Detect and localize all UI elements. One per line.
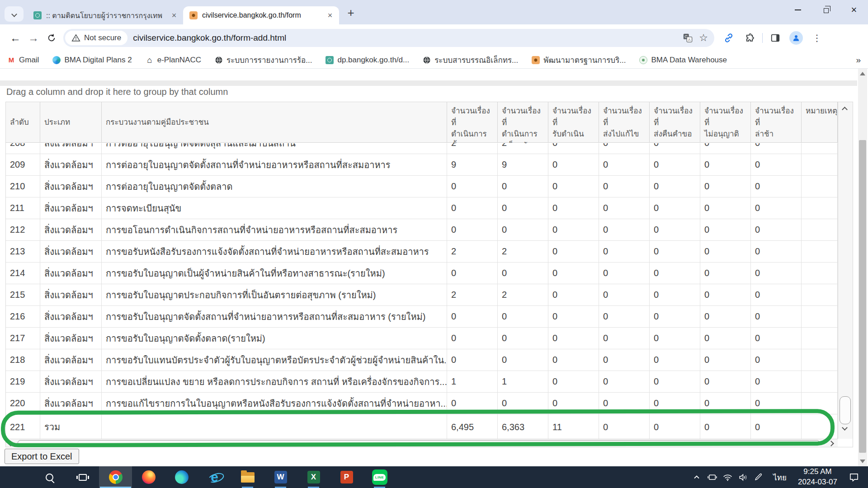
- bookmark-item[interactable]: ระบบสารบรรณอิเล็กทร...: [423, 54, 518, 66]
- taskbar-word-button[interactable]: W: [264, 466, 297, 488]
- table-cell: [802, 306, 838, 327]
- column-header[interactable]: ลำดับ: [6, 102, 40, 142]
- scroll-right-icon[interactable]: [828, 441, 834, 446]
- taskbar-line-button[interactable]: LINE: [363, 466, 396, 488]
- grid-vscroll-thumb[interactable]: [840, 396, 851, 424]
- pen-icon[interactable]: [750, 468, 766, 487]
- taskbar-search-button[interactable]: [33, 466, 66, 488]
- tab-close-icon[interactable]: [169, 10, 179, 21]
- cast-icon[interactable]: [704, 468, 720, 487]
- column-header[interactable]: จำนวนเรื่องที่ รับดำเนินการ: [548, 102, 599, 142]
- browser-tab[interactable]: civilservice.bangkok.go.th/form: [183, 6, 339, 24]
- column-header[interactable]: จำนวนเรื่องที่ ส่งไปแก้ไข ตามมาตรา 8: [599, 102, 650, 142]
- table-cell: [802, 176, 838, 197]
- tab-close-icon[interactable]: [325, 10, 335, 21]
- grid-vertical-scrollbar[interactable]: [838, 102, 853, 439]
- table-cell: 0: [751, 263, 802, 284]
- table-row[interactable]: 210สิ่งแวดล้อมฯการต่ออายุใบอนุญาตจัดตั้ง…: [6, 176, 838, 197]
- table-row[interactable]: 213สิ่งแวดล้อมฯการขอรับหนังสือรับรองการแ…: [6, 241, 838, 263]
- table-row[interactable]: 221รวม6,4956,363110000: [6, 414, 838, 439]
- table-cell: 0: [599, 284, 650, 305]
- column-header[interactable]: จำนวนเรื่องที่ ล่าช้า: [751, 102, 802, 142]
- taskbar-powerpoint-button[interactable]: P: [330, 466, 363, 488]
- restore-button[interactable]: [812, 0, 840, 20]
- bookmarks-overflow-icon[interactable]: »: [856, 55, 861, 65]
- close-button[interactable]: [840, 0, 868, 20]
- column-header[interactable]: จำนวนเรื่องที่ ดำเนินการ เสร็จแล้ว: [498, 102, 548, 142]
- reload-button[interactable]: [42, 29, 61, 47]
- table-row[interactable]: 209สิ่งแวดล้อมฯการต่ออายุใบอนุญาตจัดตั้ง…: [6, 154, 838, 176]
- taskbar-edge-button[interactable]: [165, 466, 198, 488]
- taskbar-chrome-button[interactable]: [99, 466, 132, 488]
- column-header[interactable]: จำนวนเรื่องที่ ส่งคืนคำขอ ตามมาตรา 9: [650, 102, 700, 142]
- table-cell: 2: [447, 143, 498, 154]
- volume-icon[interactable]: [735, 468, 750, 487]
- bookmark-star-icon[interactable]: [699, 33, 708, 43]
- column-header[interactable]: ประเภท: [40, 102, 102, 142]
- security-chip[interactable]: Not secure: [65, 31, 127, 45]
- translate-icon[interactable]: GA: [683, 33, 693, 43]
- scroll-down-icon[interactable]: [842, 425, 848, 431]
- extensions-button[interactable]: [741, 30, 758, 46]
- tab-search-button[interactable]: [5, 6, 24, 22]
- table-cell: [802, 284, 838, 305]
- language-indicator[interactable]: ไทย: [773, 471, 787, 483]
- column-header[interactable]: จำนวนเรื่องที่ ไม่อนุญาติ ตามมาตรา 10: [700, 102, 751, 142]
- side-panel-button[interactable]: [767, 30, 783, 46]
- table-cell: 0: [700, 371, 751, 392]
- taskbar-task-view-button[interactable]: [66, 466, 99, 488]
- page-scrollbar-thumb[interactable]: [859, 140, 866, 453]
- taskbar-file-explorer-button[interactable]: [231, 466, 264, 488]
- scrollbar-down-arrow[interactable]: [860, 460, 865, 463]
- bookmark-item[interactable]: ระบบการรายงานการร้อ...: [215, 54, 312, 66]
- grid-horizontal-scrollbar[interactable]: [6, 439, 838, 447]
- table-row[interactable]: 218สิ่งแวดล้อมฯการขอรับใบแทนบัตรประจำตัว…: [6, 349, 838, 371]
- table-row[interactable]: 215สิ่งแวดล้อมฯการขอรับใบอนุญาตประกอบกิจ…: [6, 284, 838, 306]
- wifi-icon[interactable]: [720, 468, 735, 487]
- chevron-up-icon[interactable]: [689, 468, 704, 487]
- table-row[interactable]: 212สิ่งแวดล้อมฯการขอโอนการดำเนินกิจการสถ…: [6, 219, 838, 241]
- table-row[interactable]: 217สิ่งแวดล้อมฯการขอรับใบอนุญาตจัดตั้งตล…: [6, 328, 838, 349]
- table-row[interactable]: 208สิ่งแวดล้อมฯการต่ออายุใบอนุญาตจัดตั้ง…: [6, 143, 838, 154]
- taskbar-start-button[interactable]: [0, 466, 33, 488]
- bookmark-item[interactable]: BMA Data Warehouse: [639, 54, 727, 66]
- bookmark-item[interactable]: BMA Digital Plans 2: [52, 54, 132, 66]
- new-tab-button[interactable]: [343, 5, 359, 21]
- address-bar[interactable]: Not secure civilservice.bangkok.go.th/fo…: [63, 29, 714, 47]
- grid-hscroll-thumb[interactable]: [18, 440, 820, 446]
- bookmark-item[interactable]: พัฒนามาตรฐานการบริ...: [532, 54, 626, 66]
- taskbar-excel-button[interactable]: X: [297, 466, 330, 488]
- profile-button[interactable]: [788, 30, 804, 46]
- bookmark-item[interactable]: ⌂e-PlanNACC: [146, 54, 201, 66]
- scroll-left-icon[interactable]: [8, 441, 14, 446]
- browser-menu-button[interactable]: [809, 30, 825, 46]
- scrollbar-up-arrow[interactable]: [860, 72, 865, 75]
- table-row[interactable]: 219สิ่งแวดล้อมฯการขอเปลี่ยนแปลง ขยาย หรื…: [6, 371, 838, 393]
- column-header[interactable]: หมายเหตุ: [802, 102, 838, 142]
- browser-tab[interactable]: :: ตามติดนโยบายผู้ว่าราชการกรุงเทพ: [27, 6, 183, 24]
- minimize-button[interactable]: [784, 0, 812, 20]
- data-grid: ลำดับประเภทกระบวนงานตามคู่มือประชาชนจำนว…: [5, 102, 853, 447]
- table-cell: 0: [548, 154, 599, 175]
- table-row[interactable]: 211สิ่งแวดล้อมฯการจดทะเบียนสุนัข0000000: [6, 197, 838, 219]
- column-header[interactable]: กระบวนงานตามคู่มือประชาชน: [102, 102, 447, 142]
- table-row[interactable]: 220สิ่งแวดล้อมฯการขอแก้ไขรายการในใบอนุญา…: [6, 393, 838, 414]
- taskbar-internet-explorer-button[interactable]: e: [198, 466, 231, 488]
- back-button[interactable]: [6, 29, 24, 47]
- scroll-up-icon[interactable]: [842, 107, 848, 113]
- export-to-excel-button[interactable]: Export to Excel: [5, 449, 79, 464]
- taskbar-clock[interactable]: 9:25 AM 2024-03-07: [798, 467, 837, 488]
- bookmark-item[interactable]: dp.bangkok.go.th/d...: [326, 54, 409, 66]
- column-header[interactable]: จำนวนเรื่องที่ ดำเนินการ ทั้งหมด: [447, 102, 498, 142]
- page-scrollbar[interactable]: [858, 69, 867, 466]
- table-row[interactable]: 214สิ่งแวดล้อมฯการขอรับใบอนุญาตเป็นผู้จำ…: [6, 263, 838, 284]
- table-cell: 0: [548, 263, 599, 284]
- action-center-button[interactable]: [845, 468, 863, 487]
- taskbar-firefox-button[interactable]: [132, 466, 165, 488]
- table-cell: 0: [650, 219, 700, 240]
- bookmark-item[interactable]: MGmail: [7, 54, 39, 66]
- sharing-hub-button[interactable]: [721, 30, 737, 46]
- forward-button[interactable]: [24, 29, 42, 47]
- table-row[interactable]: 216สิ่งแวดล้อมฯการขอรับใบอนุญาตจัดตั้งสถ…: [6, 306, 838, 328]
- seal-icon: [326, 56, 334, 64]
